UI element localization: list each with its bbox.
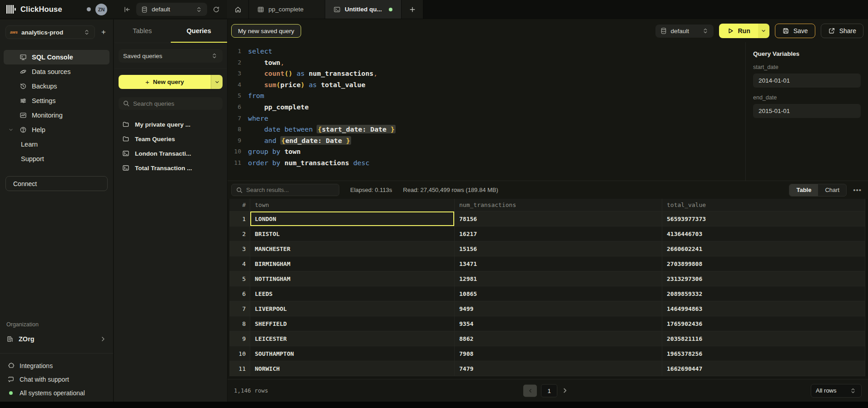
run-options-dropdown[interactable]	[758, 24, 769, 38]
unsaved-dot-icon	[389, 8, 392, 11]
variable-input-end_date[interactable]	[753, 104, 861, 118]
search-results-input[interactable]	[246, 187, 335, 193]
cell-total_value[interactable]: 2703899808	[662, 256, 865, 271]
line-number: 4	[228, 79, 241, 91]
cell-total_value[interactable]: 2035821116	[662, 331, 865, 346]
column-header-total_value[interactable]: total_value	[662, 199, 865, 211]
sidebar-nav: SQL ConsoleData sourcesBackupsSettingsMo…	[0, 50, 113, 137]
cell-num_transactions[interactable]: 78156	[455, 211, 662, 226]
add-service-button[interactable]: +	[99, 28, 108, 37]
query-name-button[interactable]: My new saved query	[231, 24, 301, 38]
cell-num_transactions[interactable]: 15156	[455, 241, 662, 256]
saved-query-item[interactable]: London Transacti...	[114, 146, 227, 161]
variable-input-start_date[interactable]	[753, 74, 861, 88]
run-button[interactable]: Run	[719, 24, 769, 38]
cell-town[interactable]: LEEDS	[250, 286, 455, 301]
tab-tables[interactable]: Tables	[114, 20, 171, 43]
sidebar-item-monitoring[interactable]: Monitoring	[4, 108, 109, 123]
editor-tab-pp-complete[interactable]: pp_complete	[249, 0, 325, 19]
cell-town[interactable]: NOTTINGHAM	[250, 271, 455, 286]
topbar-database-selector[interactable]: default	[136, 3, 207, 16]
cell-total_value[interactable]: 2660602241	[662, 241, 865, 256]
table-row: 1LONDON7815656593977373	[229, 211, 865, 226]
share-button[interactable]: Share	[821, 24, 863, 38]
code-tokens: sum(price) as total_value	[248, 79, 365, 91]
sidebar-footer-all-systems-operational[interactable]: All systems operational	[0, 386, 113, 400]
sidebar-item-sql-console[interactable]: SQL Console	[4, 50, 109, 64]
cell-town[interactable]: SHEFFIELD	[250, 316, 455, 331]
code-tokens: where	[248, 113, 268, 124]
console-icon	[20, 54, 27, 61]
cell-town[interactable]: BRISTOL	[250, 226, 455, 241]
refresh-icon[interactable]	[213, 6, 220, 13]
sidebar-item-backups[interactable]: Backups	[4, 79, 109, 93]
cell-total_value[interactable]: 1765902436	[662, 316, 865, 331]
cell-num_transactions[interactable]: 10865	[455, 286, 662, 301]
home-tab[interactable]	[227, 0, 249, 19]
cell-town[interactable]: LIVERPOOL	[250, 301, 455, 316]
sidebar-footer-chat-with-support[interactable]: Chat with support	[0, 373, 113, 386]
query-variables-title: Query Variables	[753, 50, 861, 57]
saved-query-item[interactable]: Team Queries	[114, 132, 227, 146]
sidebar-subitem-support[interactable]: Support	[0, 152, 113, 166]
sidebar-footer-integrations[interactable]: Integrations	[0, 359, 113, 373]
current-page[interactable]: 1	[541, 384, 557, 397]
cell-town[interactable]: SOUTHAMPTON	[250, 346, 455, 361]
new-query-dropdown[interactable]	[211, 75, 223, 89]
organization-item[interactable]: ZOrg	[0, 331, 113, 347]
cell-num_transactions[interactable]: 13471	[455, 256, 662, 271]
cell-town[interactable]: NORWICH	[250, 361, 455, 376]
page-size-selector[interactable]: All rows	[811, 384, 862, 398]
run-database-selector[interactable]: default	[655, 25, 714, 38]
column-header-index[interactable]: #	[229, 199, 250, 211]
cell-town[interactable]: MANCHESTER	[250, 241, 455, 256]
help-icon	[20, 126, 27, 133]
workspace-selector[interactable]: aws analytics-prod	[5, 25, 95, 39]
new-query-button[interactable]: + New query	[119, 75, 223, 89]
cell-num_transactions[interactable]: 9499	[455, 301, 662, 316]
sidebar-item-help[interactable]: Help	[4, 123, 109, 137]
cell-total_value[interactable]: 1662690447	[662, 361, 865, 376]
cell-num_transactions[interactable]: 8862	[455, 331, 662, 346]
view-toggle-table[interactable]: Table	[789, 184, 818, 196]
editor-tab-untitled-qu-[interactable]: Untitled qu...	[325, 0, 402, 19]
sidebar-item-settings[interactable]: Settings	[4, 93, 109, 108]
new-tab-button[interactable]	[402, 0, 423, 19]
sidebar-item-data-sources[interactable]: Data sources	[4, 64, 109, 79]
cell-total_value[interactable]: 2089859332	[662, 286, 865, 301]
save-button[interactable]: Save	[775, 24, 815, 38]
collapse-sidebar-icon[interactable]	[124, 6, 131, 13]
row-index: 9	[229, 331, 250, 346]
cell-total_value[interactable]: 4136446703	[662, 226, 865, 241]
sidebar-subitem-learn[interactable]: Learn	[0, 137, 113, 152]
cell-town[interactable]: BIRMINGHAM	[250, 256, 455, 271]
sql-editor[interactable]: 1select2town,3count() as num_transaction…	[228, 42, 745, 181]
cell-town[interactable]: LEICESTER	[250, 331, 455, 346]
saved-query-item[interactable]: Total Transaction ...	[114, 161, 227, 175]
saved-queries-filter[interactable]: Saved queries	[119, 49, 223, 63]
cell-total_value[interactable]: 2313297306	[662, 271, 865, 286]
tab-queries[interactable]: Queries	[171, 20, 228, 43]
prev-page-button[interactable]	[523, 384, 537, 397]
connect-button[interactable]: Connect	[5, 176, 108, 191]
search-queries-box	[119, 97, 223, 110]
avatar[interactable]: ZN	[95, 4, 107, 15]
more-options-icon[interactable]: •••	[851, 186, 863, 194]
column-header-town[interactable]: town	[250, 199, 455, 211]
cell-num_transactions[interactable]: 7479	[455, 361, 662, 376]
column-header-num_transactions[interactable]: num_transactions	[455, 199, 662, 211]
next-page-button[interactable]	[561, 387, 569, 394]
view-toggle-chart[interactable]: Chart	[818, 184, 846, 196]
saved-query-item[interactable]: My private query ...	[114, 117, 227, 132]
monitoring-icon	[20, 112, 27, 119]
cell-total_value[interactable]: 1464994863	[662, 301, 865, 316]
cell-num_transactions[interactable]: 7908	[455, 346, 662, 361]
cell-num_transactions[interactable]: 9354	[455, 316, 662, 331]
cell-town[interactable]: LONDON	[250, 211, 455, 226]
cell-num_transactions[interactable]: 16217	[455, 226, 662, 241]
cell-num_transactions[interactable]: 12981	[455, 271, 662, 286]
cell-total_value[interactable]: 1965378256	[662, 346, 865, 361]
cell-total_value[interactable]: 56593977373	[662, 211, 865, 226]
search-queries-input[interactable]	[133, 100, 218, 107]
clickhouse-logo-icon	[6, 5, 16, 14]
